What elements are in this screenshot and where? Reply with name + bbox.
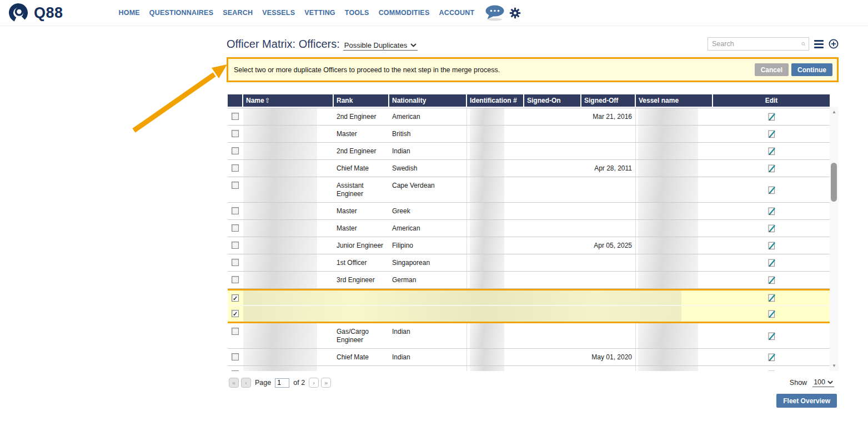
redacted-row-content <box>243 290 681 305</box>
fleet-overview-button[interactable]: Fleet Overview <box>776 394 837 408</box>
first-page-button[interactable]: « <box>229 378 239 388</box>
redacted-name <box>243 254 317 271</box>
main-menu: HOME QUESTIONNAIRES SEARCH VESSELS VETTI… <box>119 9 475 17</box>
menu-hamburger-icon[interactable] <box>814 40 824 48</box>
nav-item-home[interactable]: HOME <box>119 9 140 17</box>
header-rank[interactable]: Rank <box>334 94 389 107</box>
redacted-identification <box>470 203 504 219</box>
signed-off-cell <box>581 366 636 371</box>
row-checkbox[interactable] <box>232 353 239 360</box>
nav-item-vessels[interactable]: VESSELS <box>262 9 295 17</box>
redacted-name <box>243 272 317 288</box>
rank-cell: Master <box>334 126 389 142</box>
scroll-down-icon[interactable]: ▼ <box>830 363 839 368</box>
nationality-cell: Singaporean <box>389 254 467 271</box>
settings-gear-icon[interactable] <box>509 7 521 19</box>
nav-item-commodities[interactable]: COMMODITIES <box>379 9 430 17</box>
edit-icon[interactable] <box>767 112 776 121</box>
rank-cell: Gas/Cargo Engineer <box>334 323 389 348</box>
nationality-cell: Indian <box>389 143 467 159</box>
edit-icon[interactable] <box>767 164 776 173</box>
page-label: Page <box>255 379 271 387</box>
edit-icon[interactable] <box>767 129 776 138</box>
add-circle-icon[interactable] <box>829 39 839 49</box>
row-checkbox[interactable] <box>232 276 239 283</box>
redacted-vessel-name <box>638 272 698 288</box>
edit-icon[interactable] <box>767 332 776 340</box>
row-checkbox[interactable] <box>232 130 239 137</box>
redacted-vessel-name <box>638 237 698 254</box>
row-checkbox[interactable] <box>232 147 239 154</box>
signed-on-cell <box>524 220 581 237</box>
signed-on-cell <box>524 160 581 177</box>
page-size-control: Show 100 <box>790 378 834 387</box>
row-checkbox[interactable] <box>232 207 239 214</box>
nationality-cell: American <box>389 220 467 237</box>
page-size-select[interactable]: 100 <box>812 378 834 387</box>
view-selector-value: Possible Duplicates <box>344 41 407 49</box>
edit-icon[interactable] <box>767 241 776 250</box>
nav-item-questionnaires[interactable]: QUESTIONNAIRES <box>149 9 213 17</box>
scroll-up-icon[interactable]: ▲ <box>830 109 839 114</box>
signed-off-cell: Mar 21, 2016 <box>581 108 636 125</box>
redacted-identification <box>470 254 504 271</box>
edit-icon[interactable] <box>767 258 776 267</box>
page: Q88 HOME QUESTIONNAIRES SEARCH VESSELS V… <box>0 0 868 426</box>
header-vessel-name[interactable]: Vessel name <box>636 94 713 107</box>
table-scrollbar[interactable]: ▲ ▼ <box>830 107 839 371</box>
row-checkbox[interactable] <box>232 328 239 335</box>
header-signed-on[interactable]: Signed-On <box>524 94 581 107</box>
edit-icon[interactable] <box>767 207 776 215</box>
edit-icon[interactable] <box>767 186 776 194</box>
search-input[interactable] <box>712 40 801 48</box>
nationality-cell: British <box>389 126 467 142</box>
edit-icon[interactable] <box>767 370 776 371</box>
redacted-identification <box>470 126 504 142</box>
nav-item-vetting[interactable]: VETTING <box>304 9 335 17</box>
row-checkbox[interactable] <box>232 164 239 172</box>
header-name[interactable]: Name⇧ <box>243 94 334 107</box>
edit-icon[interactable] <box>767 353 776 362</box>
header-identification[interactable]: Identification # <box>467 94 524 107</box>
row-checkbox[interactable] <box>232 294 239 302</box>
row-checkbox[interactable] <box>232 310 239 317</box>
row-checkbox[interactable] <box>232 242 239 249</box>
q88-logo[interactable]: Q88 <box>8 2 63 23</box>
chat-icon[interactable] <box>483 4 505 22</box>
header-nationality[interactable]: Nationality <box>389 94 467 107</box>
signed-off-cell <box>581 203 636 219</box>
header-signed-off[interactable]: Signed-Off <box>581 94 636 107</box>
row-checkbox[interactable] <box>232 113 239 120</box>
table-row: Chief Mate Swedish Apr 28, 2011 <box>228 160 830 177</box>
nav-item-tools[interactable]: TOOLS <box>345 9 369 17</box>
page-number-input[interactable] <box>275 378 289 388</box>
edit-icon[interactable] <box>767 224 776 233</box>
continue-button[interactable]: Continue <box>791 63 832 76</box>
previous-page-button[interactable]: ‹ <box>241 378 251 388</box>
table-row <box>228 290 830 306</box>
nav-item-account[interactable]: ACCOUNT <box>439 9 474 17</box>
redacted-identification <box>470 323 504 348</box>
view-selector-dropdown[interactable]: Possible Duplicates <box>343 41 418 51</box>
row-checkbox[interactable] <box>232 259 239 266</box>
nav-item-search[interactable]: SEARCH <box>223 9 253 17</box>
next-page-button[interactable]: › <box>309 378 319 388</box>
redacted-vessel-name <box>638 220 698 237</box>
row-checkbox[interactable] <box>232 182 239 189</box>
edit-icon[interactable] <box>767 147 776 156</box>
scrollbar-thumb[interactable] <box>831 163 837 202</box>
row-checkbox[interactable] <box>232 224 239 232</box>
rank-cell: Junior Engineer <box>334 237 389 254</box>
row-checkbox[interactable] <box>232 370 239 371</box>
edit-icon[interactable] <box>767 275 776 284</box>
redacted-name <box>243 126 317 142</box>
page-title: Officer Matrix: Officers: <box>227 38 340 51</box>
search-icon[interactable] <box>801 39 806 49</box>
edit-icon[interactable] <box>767 293 776 302</box>
top-navigation: Q88 HOME QUESTIONNAIRES SEARCH VESSELS V… <box>0 0 868 26</box>
rank-cell: Master <box>334 220 389 237</box>
last-page-button[interactable]: » <box>321 378 331 388</box>
cancel-button[interactable]: Cancel <box>755 63 789 76</box>
edit-icon[interactable] <box>767 309 776 318</box>
signed-on-cell <box>524 254 581 271</box>
